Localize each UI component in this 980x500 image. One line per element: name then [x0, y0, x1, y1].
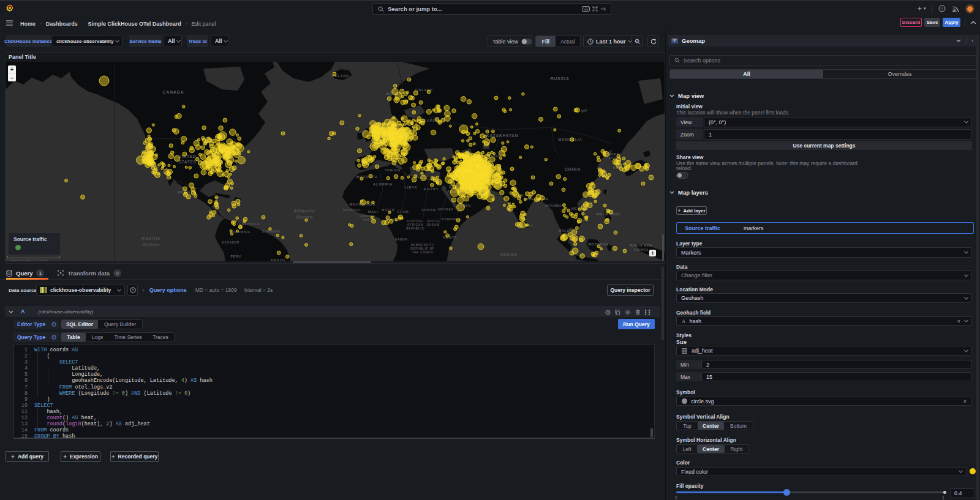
svg-text:LIBYA: LIBYA: [404, 185, 417, 189]
svg-text:GABON: GABON: [395, 238, 408, 241]
svg-text:Pacific: Pacific: [141, 236, 160, 241]
svg-text:!: !: [941, 6, 943, 12]
svg-text:RUSSIA: RUSSIA: [550, 76, 569, 81]
svg-text:ERITREA: ERITREA: [438, 208, 453, 211]
svg-text:REPUBLIC: REPUBLIC: [406, 227, 424, 230]
svg-text:KENYA: KENYA: [443, 236, 458, 239]
svg-text:SOUTH: SOUTH: [427, 220, 439, 223]
svg-text:ECUADOR: ECUADOR: [222, 241, 239, 244]
svg-text:AFRICAN: AFRICAN: [407, 223, 423, 226]
svg-text:DEMOCRATIC: DEMOCRATIC: [411, 244, 434, 247]
svg-text:SUDAN: SUDAN: [427, 223, 439, 226]
svg-text:STATES: STATES: [178, 160, 196, 164]
svg-text:UNITED: UNITED: [179, 154, 197, 159]
svg-text:PAPUA NEW: PAPUA NEW: [630, 244, 652, 247]
svg-text:NIGER: NIGER: [382, 208, 394, 212]
svg-text:MOROCCO: MOROCCO: [356, 175, 378, 179]
svg-text:SURINAME: SURINAME: [262, 230, 281, 233]
svg-text:Ocean: Ocean: [143, 242, 160, 247]
svg-text:CENTRAL: CENTRAL: [407, 220, 423, 223]
svg-text:SENEGAL: SENEGAL: [343, 208, 361, 212]
svg-text:MYANMAR: MYANMAR: [545, 204, 564, 207]
svg-text:REPUBLIC OF: REPUBLIC OF: [410, 247, 434, 250]
svg-text:TUNISIA: TUNISIA: [385, 168, 401, 172]
svg-text:EGYPT: EGYPT: [424, 187, 439, 191]
svg-text:ALGERIA: ALGERIA: [373, 182, 393, 186]
svg-text:KAZAKHSTAN: KAZAKHSTAN: [486, 133, 519, 138]
svg-text:CHAD: CHAD: [397, 210, 409, 214]
svg-text:GUINEA: GUINEA: [634, 248, 649, 252]
svg-text:CANADA: CANADA: [162, 90, 184, 94]
svg-text:PERU: PERU: [230, 255, 241, 258]
svg-text:THE CONGO: THE CONGO: [412, 251, 433, 254]
svg-text:Ocean: Ocean: [296, 214, 313, 220]
svg-text:SUDAN: SUDAN: [421, 208, 436, 212]
svg-text:Atlantic: Atlantic: [293, 208, 315, 214]
svg-text:MALI: MALI: [368, 210, 379, 214]
svg-text:FASO: FASO: [363, 218, 372, 222]
svg-text:CHINA: CHINA: [565, 167, 581, 171]
svg-text:BRAZIL: BRAZIL: [271, 258, 287, 261]
svg-text:Indian: Indian: [500, 252, 518, 257]
